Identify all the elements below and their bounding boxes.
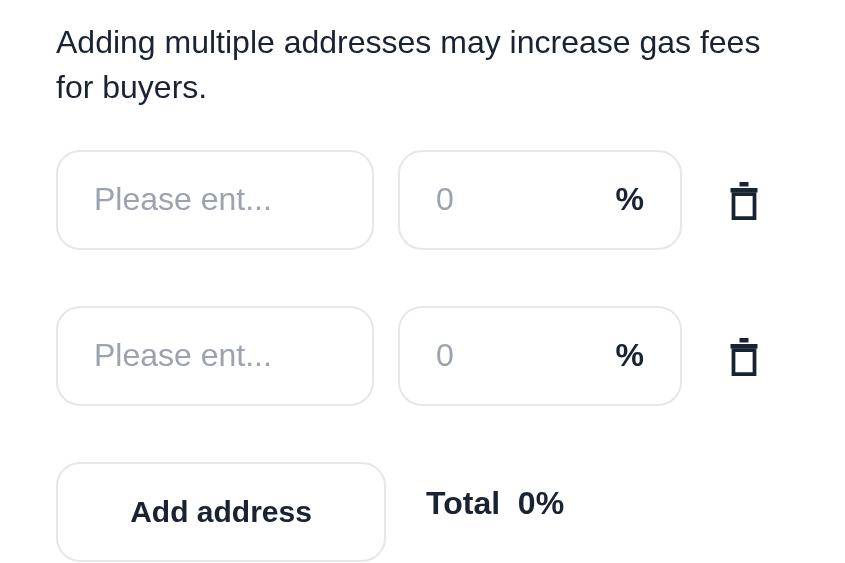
percent-input-wrapper: %	[398, 150, 682, 250]
svg-rect-0	[731, 188, 758, 193]
total-label: Total	[426, 485, 500, 521]
svg-rect-3	[740, 338, 749, 343]
add-address-button[interactable]: Add address	[56, 462, 386, 562]
percent-input[interactable]	[436, 337, 536, 374]
delete-button[interactable]	[718, 327, 770, 385]
address-row: %	[56, 306, 789, 406]
delete-button[interactable]	[718, 171, 770, 229]
total-value: 0%	[518, 485, 564, 521]
trash-icon	[726, 335, 762, 377]
percent-input-wrapper: %	[398, 306, 682, 406]
percent-symbol: %	[616, 337, 644, 374]
bottom-row: Add address Total 0%	[56, 462, 789, 562]
address-row: %	[56, 150, 789, 250]
address-input[interactable]	[56, 150, 374, 250]
svg-rect-2	[731, 344, 758, 349]
trash-icon	[726, 179, 762, 221]
svg-rect-1	[740, 182, 749, 187]
address-input[interactable]	[56, 306, 374, 406]
percent-symbol: %	[616, 181, 644, 218]
total-display: Total 0%	[426, 485, 564, 522]
warning-message: Adding multiple addresses may increase g…	[56, 20, 789, 110]
percent-input[interactable]	[436, 181, 536, 218]
